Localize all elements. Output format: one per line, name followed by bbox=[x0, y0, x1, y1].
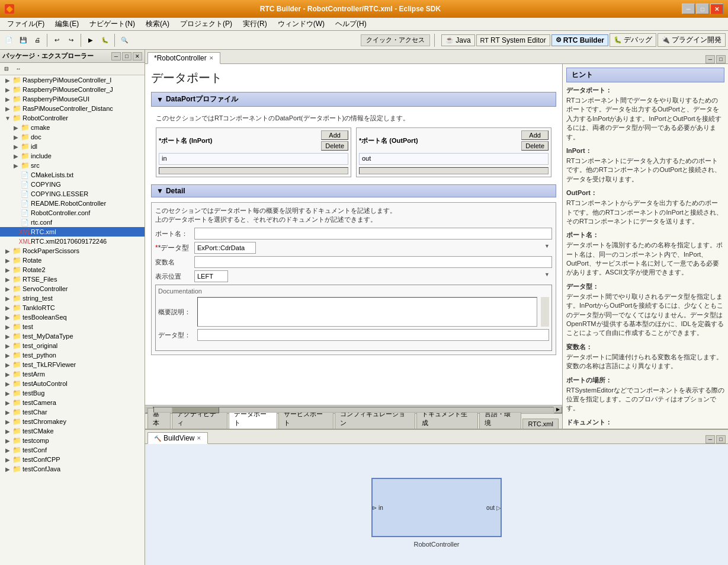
tree-item[interactable]: ▶📁Rotate bbox=[0, 256, 145, 265]
data-type-select[interactable]: ExPort::CdrData RTC::TimedFloat RTC::Tim… bbox=[194, 242, 256, 254]
tree-item[interactable]: 📄README.RobotController bbox=[0, 199, 145, 208]
inport-value[interactable]: in bbox=[159, 153, 348, 165]
tree-item[interactable]: ▶📁testConfCPP bbox=[0, 455, 145, 464]
menu-navigate[interactable]: ナビゲート(N) bbox=[85, 18, 140, 30]
tree-item[interactable]: ▶📁TankIoRTC bbox=[0, 303, 145, 312]
menu-run[interactable]: 実行(R) bbox=[238, 18, 272, 30]
tree-item[interactable]: ▶📁RaspberryPiMouseController_I bbox=[0, 75, 145, 85]
inport-delete-btn[interactable]: Delete bbox=[321, 141, 348, 151]
menu-window[interactable]: ウィンドウ(W) bbox=[273, 18, 329, 30]
outport-scrollbar[interactable] bbox=[359, 167, 549, 174]
panel-close-btn[interactable]: ✕ bbox=[133, 52, 142, 60]
tree-item[interactable]: ▶📁test_TkLRFViewer bbox=[0, 360, 145, 369]
inport-scrollbar[interactable] bbox=[159, 167, 348, 174]
tree-item[interactable]: ▶📁doc bbox=[0, 132, 145, 142]
persp-plugin[interactable]: 🔌 プラグイン開発 bbox=[658, 33, 726, 47]
persp-rtcbuilder[interactable]: ⚙ RTC Builder bbox=[551, 34, 608, 46]
buildview-tab[interactable]: 🔨 BuildView ✕ bbox=[147, 432, 208, 444]
tree-item[interactable]: XMLRTC.xml bbox=[0, 227, 145, 237]
panel-minimize-btn[interactable]: ─ bbox=[111, 52, 121, 60]
tree-item[interactable]: ▶📁testConfJava bbox=[0, 464, 145, 474]
tree-item[interactable]: ▶📁test_MyDataType bbox=[0, 331, 145, 341]
tree-item[interactable]: ▶📁Rotate2 bbox=[0, 265, 145, 274]
summary-vscroll[interactable] bbox=[541, 297, 549, 327]
buildview-minimize-btn[interactable]: ─ bbox=[705, 435, 715, 443]
tree-item[interactable]: ▼📁RobotController bbox=[0, 113, 145, 123]
summary-textarea[interactable] bbox=[197, 297, 537, 327]
menu-file[interactable]: ファイル(F) bbox=[2, 18, 49, 30]
display-pos-select[interactable]: LEFT RIGHT TOP BOTTOM bbox=[194, 270, 228, 282]
tree-item[interactable]: 📄COPYING bbox=[0, 180, 145, 189]
tree-item[interactable]: ▶📁testcomp bbox=[0, 436, 145, 445]
toolbar-debug[interactable]: 🐛 bbox=[98, 34, 111, 47]
outport-delete-btn[interactable]: Delete bbox=[521, 141, 549, 151]
tree-item[interactable]: 📄CMakeLists.txt bbox=[0, 170, 145, 180]
tree-item[interactable]: ▶📁testConf bbox=[0, 445, 145, 455]
tab-rtcxml[interactable]: RTC.xml bbox=[522, 419, 559, 429]
tree-item[interactable]: ▶📁string_test bbox=[0, 293, 145, 303]
tree-item[interactable]: ▶📁testChromakey bbox=[0, 417, 145, 426]
tree-item[interactable]: ▶📁tesBooleanSeq bbox=[0, 312, 145, 322]
tree-item[interactable]: ▶📁RaspberryPiMouseController_J bbox=[0, 85, 145, 94]
outport-value[interactable]: out bbox=[359, 153, 549, 165]
tree-item[interactable]: ▶📁RaspberryPiMouseGUI bbox=[0, 94, 145, 104]
menu-search[interactable]: 検索(A) bbox=[141, 18, 174, 30]
persp-debug[interactable]: 🐛 デバッグ bbox=[610, 33, 656, 47]
port-name-input[interactable] bbox=[194, 228, 552, 240]
tree-item[interactable]: ▶📁test_python bbox=[0, 350, 145, 360]
tree-item[interactable]: 📄COPYING.LESSER bbox=[0, 189, 145, 199]
tree-item[interactable]: ▶📁include bbox=[0, 151, 145, 161]
tree-link-btn[interactable]: ↔ bbox=[13, 64, 24, 74]
menu-help[interactable]: ヘルプ(H) bbox=[331, 18, 371, 30]
editor-hscroll-thumb[interactable] bbox=[172, 407, 219, 413]
panel-maximize-btn[interactable]: □ bbox=[122, 52, 132, 60]
menu-edit[interactable]: 編集(E) bbox=[50, 18, 84, 30]
persp-java[interactable]: ☕ Java bbox=[441, 34, 474, 46]
toolbar-run[interactable]: ▶ bbox=[84, 34, 97, 47]
maximize-button[interactable]: □ bbox=[696, 4, 709, 14]
tree-item[interactable]: ▶📁idl bbox=[0, 142, 145, 151]
toolbar-undo[interactable]: ↩ bbox=[50, 34, 63, 47]
tree-item[interactable]: ▶📁RasPiMouseController_Distanc bbox=[0, 104, 145, 113]
tree-item[interactable]: ▶📁test bbox=[0, 322, 145, 331]
var-name-input[interactable] bbox=[194, 256, 552, 268]
toolbar-search[interactable]: 🔍 bbox=[118, 34, 131, 47]
toolbar-redo[interactable]: ↪ bbox=[65, 34, 78, 47]
menu-project[interactable]: プロジェクト(P) bbox=[175, 18, 237, 30]
quick-access-label[interactable]: クイック・アクセス bbox=[361, 34, 430, 46]
tree-item[interactable]: ▶📁src bbox=[0, 161, 145, 170]
tree-item[interactable]: ▶📁testAutoControl bbox=[0, 379, 145, 388]
inport-add-btn[interactable]: Add bbox=[321, 130, 348, 140]
detail-section-toggle[interactable]: ▼ bbox=[156, 187, 163, 195]
buildview-tab-close[interactable]: ✕ bbox=[197, 435, 201, 441]
tree-item[interactable]: ▶📁cmake bbox=[0, 123, 145, 132]
panel-header-buttons[interactable]: ─ □ ✕ bbox=[111, 52, 142, 60]
persp-rtsys[interactable]: RT RT System Editor bbox=[476, 34, 550, 46]
window-controls[interactable]: ─ □ ✕ bbox=[682, 4, 723, 14]
tree-item[interactable]: ▶📁testChar bbox=[0, 407, 145, 417]
tab-close-icon[interactable]: ✕ bbox=[209, 55, 214, 61]
editor-maximize-btn[interactable]: □ bbox=[716, 55, 726, 63]
tree-item[interactable]: 📄rtc.conf bbox=[0, 218, 145, 227]
doc-datatype-input[interactable] bbox=[197, 329, 549, 341]
minimize-button[interactable]: ─ bbox=[682, 4, 695, 14]
tree-item[interactable]: ▶📁testCMake bbox=[0, 426, 145, 436]
buildview-maximize-btn[interactable]: □ bbox=[716, 435, 726, 443]
toolbar-save[interactable]: 💾 bbox=[17, 34, 30, 47]
tree-item[interactable]: ▶📁test_original bbox=[0, 341, 145, 350]
editor-minimize-btn[interactable]: ─ bbox=[705, 55, 715, 63]
tree-item[interactable]: XMLRTC.xml20170609172246 bbox=[0, 237, 145, 246]
outport-add-btn[interactable]: Add bbox=[521, 130, 549, 140]
editor-hscroll-right[interactable]: ▶ bbox=[554, 406, 562, 413]
tree-item[interactable]: ▶📁RockPaperScissors bbox=[0, 246, 145, 256]
toolbar-new[interactable]: 📄 bbox=[2, 34, 15, 47]
tree-collapse-btn[interactable]: ⊟ bbox=[1, 64, 12, 74]
tree-item[interactable]: ▶📁ServoController bbox=[0, 284, 145, 293]
editor-hscroll[interactable]: ◀ ▶ bbox=[145, 405, 562, 413]
tree-item[interactable]: ▶📁testCamera bbox=[0, 398, 145, 407]
tree-item[interactable]: ▶📁testArm bbox=[0, 369, 145, 379]
toolbar-print[interactable]: 🖨 bbox=[31, 34, 44, 47]
tree-item[interactable]: 📄RobotController.conf bbox=[0, 208, 145, 218]
tree-item[interactable]: ▶📁testBug bbox=[0, 388, 145, 398]
tree-item[interactable]: ▶📁RTSE_Files bbox=[0, 274, 145, 284]
